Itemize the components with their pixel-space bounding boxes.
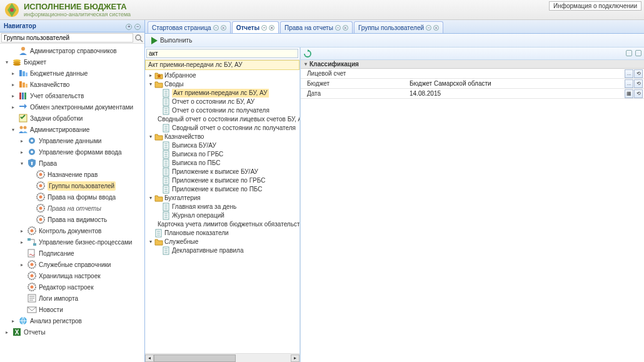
report-item[interactable]: Приложение к выписке по ПБС — [145, 185, 299, 194]
minimize-icon[interactable]: − — [335, 25, 341, 31]
minimize-icon[interactable]: − — [426, 25, 431, 31]
nav-item[interactable]: Группы пользователей — [1, 180, 144, 191]
report-item[interactable]: Приложение к выписке БУ/АУ — [145, 168, 299, 176]
nav-item[interactable]: ▸XОтчеты — [1, 326, 144, 338]
help-icon[interactable] — [635, 50, 641, 56]
reset-button[interactable]: ⟲ — [634, 79, 643, 88]
param-value[interactable]: Бюджет Самарской области — [407, 80, 625, 87]
report-item[interactable]: ▾Своды — [145, 80, 299, 89]
nav-item[interactable]: ▸Казначейство — [1, 79, 144, 90]
report-item[interactable]: Карточка учета лимитов бюджетных обязате… — [145, 220, 299, 229]
params-group-header[interactable]: Классификация — [301, 60, 644, 69]
nav-item[interactable]: Подписание — [1, 248, 144, 259]
report-item[interactable]: Журнал операций — [145, 211, 299, 220]
expander-icon[interactable]: ▸ — [19, 260, 25, 269]
nav-item[interactable]: Права на видимость — [1, 214, 144, 225]
nav-item[interactable]: Задачи обработки — [1, 113, 144, 124]
reset-button[interactable]: ⟲ — [634, 89, 643, 98]
tab[interactable]: Отчеты−× — [232, 21, 279, 33]
nav-item[interactable]: ▾Права — [1, 158, 144, 169]
nav-item[interactable]: ▸Бюджетные данные — [1, 68, 144, 79]
expand-icon[interactable]: + — [126, 24, 132, 30]
reports-filter-input[interactable] — [146, 49, 298, 58]
refresh-icon[interactable] — [303, 49, 312, 58]
expander-icon[interactable]: ▾ — [148, 194, 153, 203]
close-icon[interactable]: × — [221, 25, 226, 31]
close-icon[interactable]: × — [433, 25, 439, 31]
nav-item[interactable]: Редактор настроек — [1, 281, 144, 293]
close-icon[interactable]: × — [343, 25, 348, 31]
nav-item[interactable]: Хранилища настроек — [1, 270, 144, 281]
chevron-down-icon[interactable] — [626, 50, 632, 56]
nav-item[interactable]: Новости — [1, 304, 144, 315]
expander-icon[interactable]: ▸ — [19, 148, 25, 157]
expander-icon[interactable]: ▸ — [4, 328, 10, 337]
search-icon[interactable] — [134, 34, 143, 43]
expander-icon[interactable]: ▸ — [19, 238, 25, 247]
expander-icon[interactable]: ▾ — [19, 159, 25, 168]
reports-tree[interactable]: ▸★Избранное▾СводыАкт приемки-передачи лс… — [145, 70, 299, 353]
nav-item[interactable]: ▸Управление данными — [1, 135, 144, 146]
expander-icon[interactable]: ▾ — [4, 58, 10, 67]
calendar-button[interactable]: ▦ — [625, 89, 633, 98]
expander-icon[interactable]: ▸ — [10, 80, 16, 89]
nav-item[interactable]: Администратор справочников — [1, 45, 144, 56]
reset-button[interactable]: ⟲ — [634, 69, 643, 78]
report-item[interactable]: ▾Казначейство — [145, 133, 299, 141]
report-item[interactable]: Акт приемки-передачи лс БУ, АУ — [145, 89, 299, 98]
expander-icon[interactable]: ▾ — [10, 125, 16, 134]
scroll-left-button[interactable]: ◂ — [145, 354, 154, 362]
report-item[interactable]: Плановые показатели — [145, 229, 299, 238]
report-item[interactable]: ▸★Избранное — [145, 71, 299, 80]
navigator-tree[interactable]: Администратор справочников▾Бюджет▸Бюджет… — [0, 44, 144, 362]
nav-item[interactable]: Права на отчеты — [1, 203, 144, 214]
expander-icon[interactable]: ▾ — [148, 238, 153, 246]
report-item[interactable]: Отчет о состоянии лс получателя — [145, 106, 299, 115]
scroll-right-button[interactable]: ▸ — [291, 354, 299, 362]
reports-selected-row[interactable]: Акт приемки-передачи лс БУ, АУ — [145, 60, 299, 70]
report-item[interactable]: Сводный отчет о состоянии лс получателя — [145, 124, 299, 133]
expander-icon[interactable]: ▾ — [148, 80, 153, 89]
expander-icon[interactable]: ▾ — [148, 133, 153, 141]
report-item[interactable]: Декларативные правила — [145, 246, 299, 255]
report-item[interactable]: ▾Бухгалтерия — [145, 194, 299, 203]
nav-item[interactable]: ▸Управление формами ввода — [1, 146, 144, 158]
nav-item[interactable]: ▸Служебные справочники — [1, 259, 144, 270]
minimize-icon[interactable]: − — [213, 25, 219, 31]
run-button[interactable]: Выполнить — [149, 36, 194, 45]
nav-item[interactable]: ▸Учет обязательств — [1, 90, 144, 101]
connection-info-button[interactable]: Информация о подключении — [549, 1, 641, 11]
lookup-button[interactable]: ... — [625, 69, 633, 78]
expander-icon[interactable]: ▸ — [10, 103, 16, 112]
report-item[interactable]: Выписка по ПБС — [145, 159, 299, 168]
lookup-button[interactable]: ... — [625, 79, 633, 88]
report-item[interactable]: Выписка БУ/АУ — [145, 141, 299, 150]
expander-icon[interactable]: ▸ — [148, 71, 153, 80]
report-item[interactable]: Отчет о состоянии лс БУ, АУ — [145, 98, 299, 106]
tab[interactable]: Группы пользователей−× — [354, 21, 443, 33]
nav-item[interactable]: Права на формы ввода — [1, 191, 144, 203]
nav-item[interactable]: ▸Обмен электронными документами — [1, 101, 144, 113]
expander-icon[interactable]: ▸ — [10, 69, 16, 78]
nav-item[interactable]: ▸Управление бизнес-процессами — [1, 236, 144, 248]
navigator-search-input[interactable] — [1, 33, 133, 43]
param-value[interactable]: 14.08.2015 — [407, 90, 625, 97]
report-item[interactable]: Главная книга за день — [145, 203, 299, 211]
expander-icon[interactable]: ▸ — [10, 316, 16, 326]
report-item[interactable]: ▾Служебные — [145, 238, 299, 246]
tab[interactable]: Стартовая страница−× — [148, 21, 231, 33]
nav-item[interactable]: ▾Администрирование — [1, 124, 144, 135]
minimize-icon[interactable]: − — [261, 25, 267, 31]
scroll-thumb[interactable] — [154, 354, 236, 362]
expander-icon[interactable]: ▸ — [19, 226, 25, 236]
expander-icon[interactable]: ▸ — [10, 91, 16, 101]
report-item[interactable]: Выписка по ГРБС — [145, 150, 299, 159]
nav-item[interactable]: ▾Бюджет — [1, 56, 144, 68]
close-icon[interactable]: × — [269, 25, 274, 31]
report-item[interactable]: Сводный отчет о состоянии лицевых счетов… — [145, 115, 299, 124]
horizontal-scrollbar[interactable]: ◂ ▸ — [145, 353, 299, 362]
report-item[interactable]: Приложение к выписке по ГРБС — [145, 176, 299, 185]
nav-item[interactable]: ▸Контроль документов — [1, 225, 144, 236]
collapse-icon[interactable]: − — [134, 24, 141, 30]
nav-item[interactable]: Назначение прав — [1, 169, 144, 180]
